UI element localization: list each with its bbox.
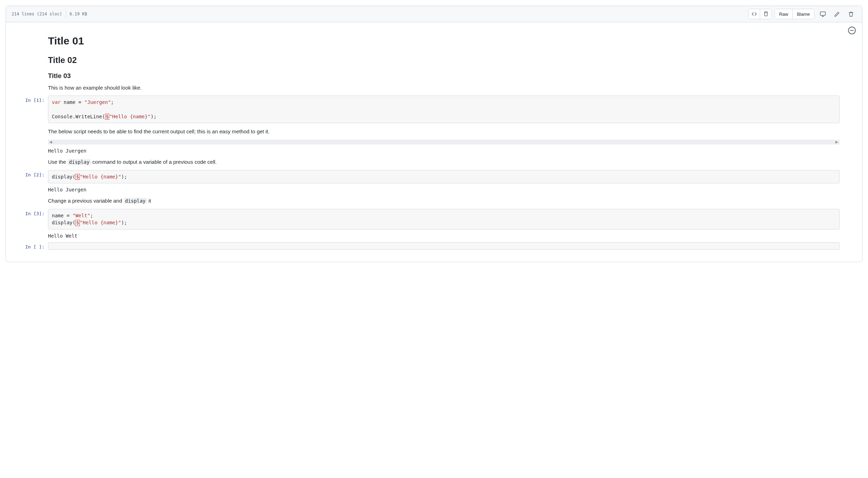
line-count: 214 lines (214 sloc) [12,12,62,16]
inline-code: display [124,198,147,204]
intro-paragraph: This is how an example should look like. [48,85,840,91]
token-plain: Console.WriteLine( [52,114,105,119]
text-run: command to output a variable of a previo… [91,159,217,165]
heading-3: Title 03 [48,72,840,80]
cell-prompt: In [ ]: [14,242,48,249]
edit-button[interactable] [831,9,842,19]
markdown-paragraph: Change a previous variable and display i… [48,198,840,204]
text-run: Change a previous variable and [48,198,124,204]
scroll-right-icon: ▶ [835,140,838,144]
delete-button[interactable] [845,9,856,19]
code-cell: In [2]: display($"Hello {name}"); [14,170,854,183]
file-frame: 214 lines (214 sloc) 6.19 KB Raw B [6,6,862,262]
token-plain: display( [52,220,75,225]
source-toggle-group [748,9,772,19]
file-size: 6.19 KB [70,12,88,16]
markdown-paragraph: Use the display command to output a vari… [48,159,840,165]
token-plain: ); [121,220,127,225]
pencil-icon [834,11,840,17]
svg-rect-1 [820,12,826,15]
meta-divider [66,10,66,17]
cell-output: Hello Juergen [48,187,840,192]
cell-prompt: In [2]: [14,170,48,177]
code-input[interactable]: display($"Hello {name}"); [48,170,840,183]
blame-button[interactable]: Blame [792,9,814,19]
token-plain: name = [52,213,72,218]
token-interp-dollar: $ [105,114,109,120]
code-cell: In [1]: var name = "Juergen"; Console.Wr… [14,96,854,123]
view-source-button[interactable] [749,9,760,19]
token-string: "Welt" [72,213,90,218]
code-input[interactable]: var name = "Juergen"; Console.WriteLine(… [48,96,840,123]
token-string: "Hello {name}" [80,174,121,180]
open-desktop-button[interactable] [817,9,828,19]
cell-output: Hello Juergen [48,148,840,154]
markdown-paragraph: The below script needs to be able to fin… [48,128,840,134]
token-plain: name = [61,99,84,105]
output-scrollbar[interactable]: ◀ ▶ [48,140,840,145]
token-interp-dollar: $ [75,220,79,226]
notebook-body: Title 01 Title 02 Title 03 This is how a… [6,22,862,262]
token-string: "Hello {name}" [109,114,151,119]
cell-output: Hello Welt [48,233,840,239]
token-string: "Hello {name}" [80,220,121,225]
svg-rect-0 [765,13,768,16]
token-plain: display( [52,174,75,180]
desktop-download-icon [820,11,826,17]
raw-blame-group: Raw Blame [775,9,814,19]
token-interp-dollar: $ [75,174,79,180]
file-meta: 214 lines (214 sloc) 6.19 KB [12,10,87,17]
code-input[interactable] [48,242,840,250]
heading-1: Title 01 [48,35,840,47]
token-plain: ; [90,213,93,218]
token-plain: ); [151,114,157,119]
cell-prompt: In [3]: [14,209,48,216]
cell-prompt: In [1]: [14,96,48,103]
text-run: Use the [48,159,68,165]
code-cell: In [ ]: [14,242,854,250]
heading-2: Title 02 [48,55,840,65]
code-input[interactable]: name = "Welt"; display($"Hello {name}"); [48,209,840,230]
token-plain: ); [121,174,127,180]
markdown-block: Title 01 Title 02 Title 03 This is how a… [48,35,840,91]
copy-raw-button[interactable] [760,9,771,19]
token-keyword: var [52,99,61,105]
code-cell: In [3]: name = "Welt"; display($"Hello {… [14,209,854,230]
file-toolbar: 214 lines (214 sloc) 6.19 KB Raw B [6,6,862,22]
trash-icon [848,11,854,17]
scroll-left-icon: ◀ [49,140,52,144]
collapse-output-button[interactable] [848,27,856,34]
token-plain: ; [111,99,114,105]
text-run: it [147,198,151,204]
copy-icon [763,11,769,17]
toolbar-actions: Raw Blame [748,9,856,19]
inline-code: display [68,159,91,165]
code-brackets-icon [751,11,757,17]
raw-button[interactable]: Raw [775,9,792,19]
token-string: "Juergen" [84,99,111,105]
